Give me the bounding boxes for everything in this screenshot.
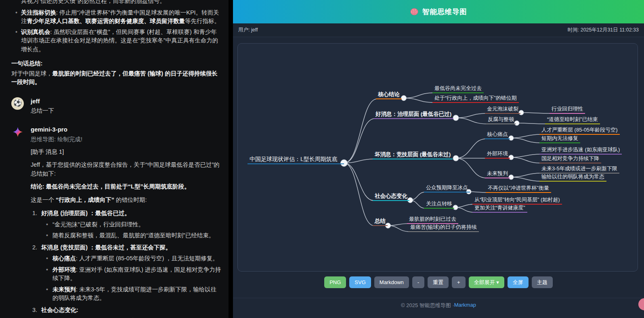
export-svg-button[interactable]: SVG: [349, 276, 371, 288]
assistant-intro: Jeff，基于您提供的这份深度整合报告，关于“中国足球最低谷是否已过”的总结如下…: [31, 161, 222, 178]
node-toggle-circle[interactable]: [453, 155, 459, 161]
mindmap-node[interactable]: 输给以往的弱队将成为常态: [539, 173, 606, 182]
export-png-button[interactable]: PNG: [324, 276, 346, 288]
app-title: 智能思维导图: [422, 7, 467, 17]
chat-clipped-line: 其视为“偿还历史欠债”的必然过程，而非新的崩盘信号。: [21, 0, 222, 6]
assistant-numbered-list: 1. 好消息 (治理层面) ：最低谷已过。 “金元泡沫”已破裂，行业回归理性。 …: [31, 209, 222, 318]
user-message: ⚽ jeff 总结一下: [11, 97, 222, 115]
mindmap-node[interactable]: 金元泡沫破裂: [485, 105, 520, 114]
chat-panel: 其视为“偿还历史欠债”的必然过程，而非新的崩盘信号。 关注指标切换: 停止用“冲…: [0, 0, 229, 318]
node-toggle-circle[interactable]: [401, 96, 407, 101]
copyright-text: © 2025 智能思维导图 ·: [401, 302, 454, 309]
mindmap-node[interactable]: 公众预期降至冰点: [424, 184, 470, 192]
mindmap-node-root[interactable]: 中国足球现状评估：L型长周期筑底: [248, 155, 344, 164]
mindmap-toolbar: PNG SVG Markdown - 重置 + 全部展开 ▾ 全屏 主题: [233, 271, 644, 298]
mindmap-node[interactable]: 未来3-5年成绩或进一步刷新下限: [539, 165, 619, 174]
summary-heading: 一句话总结:: [11, 59, 222, 68]
mindmap-node[interactable]: 关注点转移: [424, 200, 454, 209]
mindmap-footer: © 2025 智能思维导图 · Markmap: [233, 298, 644, 318]
assistant-message: gemini-3-pro 思维导图: 绘制完成! [助手 消息 1] Jeff，…: [11, 126, 222, 318]
list-item: 识别真机会: 虽然职业层面在“横盘”，但民间赛事 (村超、草根联赛) 和青少年培…: [11, 28, 222, 54]
mindmap-node-core-conclusion[interactable]: 核心结论: [376, 90, 402, 99]
list-item: 核心痛点: 人才严重断层 (85-05年龄段亏空) ，且无法短期修复。: [41, 254, 222, 263]
mindmap-node[interactable]: 人才严重断层 (85-05年龄段亏空): [539, 126, 620, 135]
mindmap-node-bad-news[interactable]: 坏消息：竞技层面 (最低谷未过): [373, 151, 453, 159]
zoom-in-button[interactable]: +: [452, 276, 466, 288]
user-message-text: 总结一下: [31, 107, 222, 115]
list-item: 外部环境: 亚洲对手 (如东南亚球队) 进步迅速，国足相对竞争力持续下降。: [41, 266, 222, 283]
mindmap-node[interactable]: 更加关注“青训健康度”: [472, 204, 527, 213]
mindmap-node[interactable]: 最肮脏的时刻已过去: [407, 215, 458, 224]
floating-badge[interactable]: [638, 298, 644, 310]
time-label: 时间: 2025年12月31日 11:02:33: [568, 27, 639, 33]
mindmap-node-social-mindset[interactable]: 社会心态变化: [373, 192, 409, 201]
zoom-out-button[interactable]: -: [412, 276, 424, 288]
mindmap-node[interactable]: 从“职业顶层”转向“民间基层” (如村超): [472, 196, 562, 205]
markmap-link[interactable]: Markmap: [454, 302, 476, 308]
expand-all-button[interactable]: 全部展开 ▾: [469, 276, 504, 288]
mindmap-header: 智能思维导图: [233, 0, 644, 23]
list-item: 3. 社会心态变化: 公众预期已降至冰点，不再通过“冲进世界杯”来衡量一切。 关…: [31, 306, 222, 318]
fullscreen-button[interactable]: 全屏: [508, 276, 529, 288]
assistant-avatar: [11, 126, 24, 138]
assistant-conclusion: 结论: 最低谷尚未完全过去，目前处于“L型”长周期筑底阶段。: [31, 182, 222, 191]
mindmap-canvas[interactable]: 中国足球现状评估：L型长周期筑底 核心结论 最低谷尚未完全过去 处于“行政向上，…: [237, 43, 638, 272]
theme-button[interactable]: 主题: [532, 276, 553, 288]
mindmap-node-summary[interactable]: 总结: [373, 217, 388, 226]
mindmap-node[interactable]: “道德至暗时刻”已结束: [545, 115, 600, 124]
node-toggle-circle[interactable]: [453, 115, 459, 121]
mindmap-node-good-news[interactable]: 好消息：治理层面 (最低谷已过): [373, 110, 453, 119]
list-item: 2. 坏消息 (竞技层面) ：最低谷未过，甚至还会下探。 核心痛点: 人才严重断…: [31, 243, 222, 303]
mindmap-node[interactable]: 亚洲对手进步迅速 (如东南亚球队): [539, 146, 622, 155]
list-item: 未来预判: 未来3-5年，竞技成绩可能进一步刷新下限，输给以往的弱队将成为常态。: [41, 285, 222, 303]
mindmap-node[interactable]: 最低谷尚未完全过去: [432, 84, 484, 93]
chat-bullet-list: 关注指标切换: 停止用“冲进世界杯”作为衡量中国足球发展的唯一KPI。转而关注青…: [11, 8, 222, 54]
export-markdown-button[interactable]: Markdown: [374, 276, 409, 288]
mindmap-node[interactable]: 行业回归理性: [550, 105, 585, 114]
assistant-status: 思维导图: 绘制完成!: [31, 135, 222, 144]
soccer-icon: ⚽: [13, 99, 22, 108]
mindmap-node[interactable]: 最痛苦(输球)的日子仍将持续: [408, 223, 479, 232]
user-name: jeff: [31, 97, 222, 105]
assistant-meta-tag: [助手 消息 1]: [31, 148, 222, 157]
mindmap-node[interactable]: 处于“行政向上，成绩向下”的错位期: [432, 94, 519, 103]
mindmap-node[interactable]: 反腐与整顿: [486, 115, 516, 124]
list-item: 关注指标切换: 停止用“冲进世界杯”作为衡量中国足球发展的唯一KPI。转而关注青…: [11, 8, 222, 26]
list-item: “金元泡沫”已破裂，行业回归理性。: [41, 220, 222, 229]
mindmap-panel: 智能思维导图 用户: jeff 时间: 2025年12月31日 11:02:33: [233, 0, 644, 318]
panel-divider: [229, 0, 233, 318]
mindmap-main: 中国足球现状评估：L型长周期筑底 核心结论 最低谷尚未完全过去 处于“行政向上，…: [233, 37, 644, 271]
list-item: 1. 好消息 (治理层面) ：最低谷已过。 “金元泡沫”已破裂，行业回归理性。 …: [31, 209, 222, 240]
reset-button[interactable]: 重置: [428, 276, 449, 288]
user-avatar: ⚽: [11, 97, 24, 110]
list-item: 随着反腐和整顿，最混乱、最肮脏的“道德至暗时刻”已经结束。: [41, 231, 222, 240]
mindmap-infobar: 用户: jeff 时间: 2025年12月31日 11:02:33: [233, 23, 644, 37]
user-label: 用户: jeff: [238, 27, 258, 33]
assistant-period-line: 这是一个 “行政向上，成绩向下” 的错位时期:: [31, 196, 222, 205]
mindmap-node[interactable]: 国足相对竞争力持续下降: [539, 155, 601, 163]
brain-icon: [410, 8, 419, 16]
mindmap-node[interactable]: 短期内无法修复: [539, 134, 580, 143]
mindmap-node[interactable]: 核心痛点: [485, 130, 510, 139]
mindmap-node[interactable]: 未来预判: [485, 169, 510, 178]
assistant-name: gemini-3-pro: [31, 126, 222, 133]
gemini-sparkle-icon: [13, 127, 23, 137]
summary-line: 对于中国足球，最肮脏的时刻已经过去了，但最痛苦 (输球) 的日子还得持续很长一段…: [11, 69, 222, 87]
mindmap-node[interactable]: 外部环境: [485, 150, 510, 159]
mindmap-node[interactable]: 不再仅以“冲进世界杯”衡量: [486, 184, 551, 193]
